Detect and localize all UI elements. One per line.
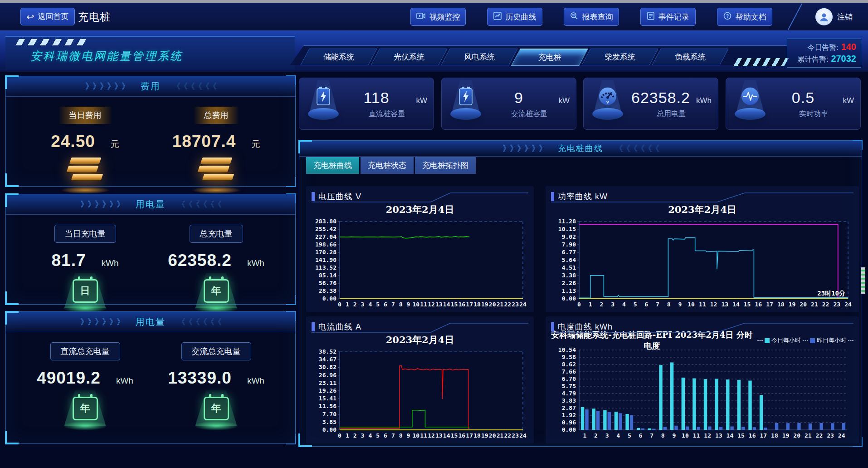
svg-text:26.96: 26.96 <box>319 372 336 379</box>
svg-text:85.14: 85.14 <box>319 272 336 279</box>
kpi-total-energy: V 62358.2kWh 总用电量 <box>583 78 718 130</box>
scrollbar-thumb[interactable] <box>860 266 866 296</box>
svg-text:15: 15 <box>451 432 458 439</box>
energy-chart-title: 电度曲线 kWh <box>558 321 613 332</box>
svg-text:6: 6 <box>639 432 643 439</box>
calendar-year-icon: 年 <box>189 275 244 316</box>
svg-text:17: 17 <box>466 432 473 439</box>
calendar-day-icon: 日 <box>58 275 112 316</box>
tab-pv-system[interactable]: 光伏系统 <box>371 49 448 65</box>
dc-ac-energy-panel-header: 》》》》》》 用电量 《《《《《《 <box>6 312 295 332</box>
tab-wind-system[interactable]: 风电系统 <box>441 49 518 65</box>
svg-text:11: 11 <box>693 432 700 439</box>
svg-text:23.11: 23.11 <box>319 379 336 386</box>
user-avatar-icon[interactable] <box>815 8 833 25</box>
svg-text:3.83: 3.83 <box>562 397 576 404</box>
ac-total-charge-value: 13339.0 <box>168 369 232 388</box>
svg-text:9.58: 9.58 <box>562 354 576 360</box>
svg-text:1: 1 <box>346 301 349 308</box>
back-home-button[interactable]: ↩ 返回首页 <box>20 8 75 25</box>
system-title: 安科瑞微电网能量管理系统 <box>30 49 183 64</box>
svg-text:6: 6 <box>384 301 387 308</box>
alarm-total-row: 累计告警: 27032 <box>792 54 856 64</box>
svg-text:11.28: 11.28 <box>558 218 576 225</box>
current-chart-card: 电流曲线 A 2023年2月4日 38.5234.6730.8226.9623.… <box>306 316 534 443</box>
svg-text:15: 15 <box>451 301 458 308</box>
topbar: ↩ 返回首页 充电桩 视频监控 历史曲线 报表查询 事件记录 ? <box>0 3 868 31</box>
voltage-chart-title: 电压曲线 V <box>318 191 361 202</box>
pulse-icon <box>740 85 760 107</box>
tab-charging-status[interactable]: 充电桩状态 <box>361 157 414 174</box>
tab-load-system[interactable]: 负载系统 <box>652 49 729 65</box>
svg-text:8: 8 <box>661 432 665 439</box>
video-monitor-button[interactable]: 视频监控 <box>410 8 466 26</box>
svg-text:0: 0 <box>338 301 341 308</box>
charge-energy-panel: 》》》》》》 用电量 《《《《《《 当日充电量 81.7kWh 日 总充电量 6… <box>5 194 296 305</box>
svg-text:20: 20 <box>793 432 800 439</box>
daily-charge-label: 当日充电量 <box>54 225 116 243</box>
tab-storage-system[interactable]: 储能系统 <box>300 49 377 65</box>
svg-text:0.00: 0.00 <box>322 426 336 433</box>
alarm-today-row: 今日告警: 140 <box>792 42 856 53</box>
svg-text:11: 11 <box>420 301 427 308</box>
svg-text:255.42: 255.42 <box>315 226 336 232</box>
svg-text:4.79: 4.79 <box>562 390 576 397</box>
cost-panel-header: 》》》》》》 费用 《《《《《《 <box>6 76 295 97</box>
chevrons-left-icon: 《《《《《《 <box>177 316 221 327</box>
history-curve-button[interactable]: 历史曲线 <box>487 8 542 26</box>
report-query-button[interactable]: 报表查询 <box>564 8 619 26</box>
svg-text:1.13: 1.13 <box>562 287 576 294</box>
svg-text:14: 14 <box>732 301 740 308</box>
legend-yesterday-swatch <box>810 338 815 343</box>
svg-text:7.90: 7.90 <box>562 241 576 248</box>
svg-text:8: 8 <box>667 301 671 308</box>
total-energy-value: 62358.2 <box>631 89 691 107</box>
total-charge-stat: 总充电量 62358.2kWh 年 <box>166 215 266 316</box>
svg-text:14: 14 <box>443 432 450 439</box>
svg-text:2: 2 <box>353 432 357 439</box>
event-log-button[interactable]: 事件记录 <box>640 8 696 26</box>
event-log-icon <box>647 12 654 22</box>
logout-button[interactable]: 注销 <box>837 12 853 22</box>
svg-text:198.66: 198.66 <box>315 241 336 248</box>
svg-text:16: 16 <box>749 432 756 439</box>
current-chart-title: 电流曲线 A <box>318 321 361 332</box>
svg-text:23时10分: 23时10分 <box>817 290 845 297</box>
svg-text:9: 9 <box>407 432 410 439</box>
help-doc-button[interactable]: ? 帮助文档 <box>717 8 772 26</box>
svg-text:13: 13 <box>721 301 728 308</box>
dc-capacity-label: 直流桩容量 <box>346 109 427 119</box>
svg-text:24: 24 <box>519 432 527 439</box>
svg-text:15: 15 <box>744 301 751 308</box>
svg-text:38.52: 38.52 <box>319 348 336 355</box>
chevrons-left-icon: 《《《《《《 <box>615 143 658 154</box>
total-energy-label: 总用电量 <box>631 109 712 119</box>
svg-text:4: 4 <box>622 301 626 308</box>
svg-text:2: 2 <box>594 432 598 439</box>
legend-today-swatch <box>765 338 770 343</box>
svg-text:3.85: 3.85 <box>322 419 336 425</box>
current-chart-date: 2023年2月4日 <box>312 334 528 348</box>
daily-charge-unit: kWh <box>102 258 119 268</box>
back-arrow-icon: ↩ <box>27 12 34 21</box>
tab-charging-curve[interactable]: 充电桩曲线 <box>306 157 359 174</box>
tab-charging-topology[interactable]: 充电桩拓扑图 <box>415 157 476 174</box>
svg-text:18: 18 <box>473 432 481 439</box>
chevrons-right-icon: 》》》》》》 <box>502 143 546 154</box>
energy-chart-plot: 10.549.588.627.666.705.754.793.832.871.9… <box>551 347 853 440</box>
dc-total-charge-stat: 直流总充电量 49019.2kWh 年 <box>35 332 135 434</box>
tab-charging-pile[interactable]: 充电桩 <box>511 49 588 66</box>
gold-stack-icon <box>66 158 105 184</box>
svg-text:17: 17 <box>766 301 773 308</box>
legend-yesterday-label: 昨日每小时 <box>817 336 846 345</box>
svg-text:21: 21 <box>805 432 812 439</box>
svg-text:12: 12 <box>704 432 711 439</box>
chart-tabs: 充电桩曲线 充电桩状态 充电桩拓扑图 <box>306 157 476 174</box>
tab-diesel-system[interactable]: 柴发系统 <box>581 49 658 65</box>
ac-total-charge-label: 交流总充电量 <box>181 342 251 360</box>
current-chart-plot: 38.5234.6730.8226.9623.1119.2615.4111.56… <box>312 348 528 440</box>
svg-text:20: 20 <box>800 301 807 308</box>
svg-text:2: 2 <box>353 301 357 308</box>
svg-text:23: 23 <box>827 432 834 439</box>
svg-text:22: 22 <box>504 432 512 439</box>
